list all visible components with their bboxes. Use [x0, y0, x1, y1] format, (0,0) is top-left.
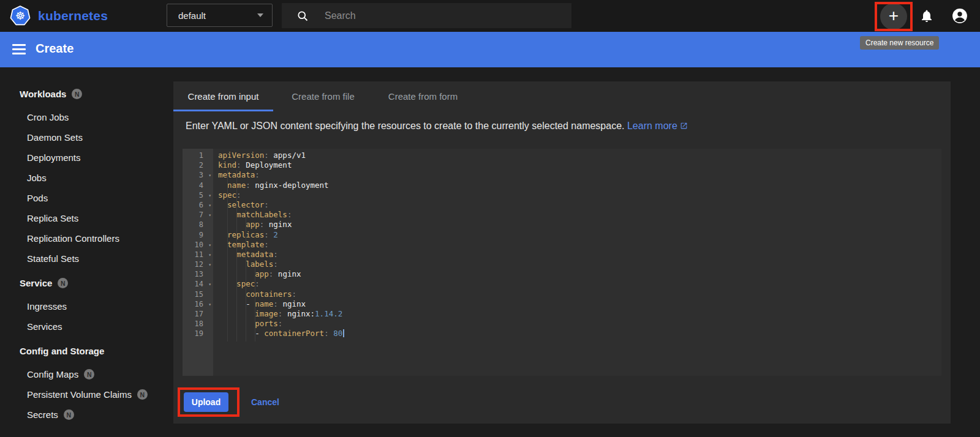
line-number: 5▾ — [183, 190, 213, 200]
sidebar-section-workloads[interactable]: WorkloadsN — [0, 84, 173, 104]
code-token: : — [273, 250, 278, 259]
create-card: Create from inputCreate from fileCreate … — [173, 81, 951, 424]
fold-toggle-icon[interactable]: ▾ — [208, 201, 211, 211]
tab-create-from-file[interactable]: Create from file — [273, 81, 373, 111]
indent-guide — [236, 170, 237, 342]
sidebar-item-cron-jobs[interactable]: Cron Jobs — [0, 107, 173, 127]
sidebar-item-label: Services — [27, 321, 62, 332]
sidebar-nav: WorkloadsNCron JobsDaemon SetsDeployment… — [0, 67, 173, 437]
sidebar-item-pods[interactable]: Pods — [0, 188, 173, 208]
tooltip-create-new-resource: Create new resource — [860, 36, 939, 50]
sidebar-item-daemon-sets[interactable]: Daemon Sets — [0, 127, 173, 148]
sidebar-item-jobs[interactable]: Jobs — [0, 168, 173, 188]
fold-toggle-icon[interactable]: ▾ — [208, 241, 211, 250]
sidebar-item-label: Persistent Volume Claims — [27, 389, 132, 400]
sidebar-item-stateful-sets[interactable]: Stateful Sets — [0, 248, 173, 269]
sidebar-item-secrets[interactable]: SecretsN — [0, 405, 173, 425]
yaml-editor[interactable]: 123▾45▾6▾7▾8910▾11▾12▾1314▾1516▾171819 a… — [183, 149, 941, 376]
code-token: ports — [255, 319, 278, 328]
fold-toggle-icon[interactable]: ▾ — [208, 211, 211, 220]
brand-title: kubernetes — [38, 9, 108, 23]
code-line-8: app: nginx — [218, 220, 941, 230]
code-token: - — [255, 329, 264, 338]
sidebar-item-replication-controllers[interactable]: Replication Controllers — [0, 228, 173, 248]
page-title: Create — [36, 42, 74, 56]
sidebar-item-label: Cron Jobs — [27, 112, 69, 122]
code-token: : — [264, 240, 269, 249]
tab-create-from-input[interactable]: Create from input — [173, 81, 273, 111]
sidebar-item-services[interactable]: Services — [0, 316, 173, 337]
menu-button[interactable] — [12, 44, 26, 54]
code-token: apiVersion — [218, 151, 264, 160]
sidebar-item-replica-sets[interactable]: Replica Sets — [0, 208, 173, 228]
code-token: nginx — [264, 220, 292, 229]
sidebar-item-deployments[interactable]: Deployments — [0, 148, 173, 168]
code-line-7: matchLabels: — [218, 210, 941, 220]
sidebar-item-label: Pods — [27, 193, 48, 203]
code-line-17: image: nginx:1.14.2 — [218, 309, 941, 319]
sidebar-item-persistent-volume-claims[interactable]: Persistent Volume ClaimsN — [0, 384, 173, 405]
fold-toggle-icon[interactable]: ▾ — [208, 280, 211, 289]
cancel-button[interactable]: Cancel — [245, 392, 285, 412]
sidebar-item-ingresses[interactable]: Ingresses — [0, 296, 173, 316]
fold-toggle-icon[interactable]: ▾ — [208, 300, 211, 310]
upload-button[interactable]: Upload — [184, 392, 228, 412]
brand[interactable]: ☸ kubernetes — [10, 5, 108, 27]
tab-bar: Create from inputCreate from fileCreate … — [173, 81, 473, 111]
sidebar-section-service[interactable]: ServiceN — [0, 273, 173, 293]
sidebar-item-label: Deployments — [27, 152, 81, 163]
sidebar-section-items: IngressesServices — [0, 296, 173, 337]
code-line-12: labels: — [218, 260, 941, 269]
learn-more-link[interactable]: Learn more — [627, 121, 688, 131]
add-resource-button[interactable]: + — [880, 3, 907, 30]
code-token: : — [287, 210, 292, 219]
sidebar-item-label: Stateful Sets — [27, 253, 79, 264]
code-token: : — [246, 181, 251, 190]
sidebar-item-label: Jobs — [27, 173, 47, 183]
kubernetes-dashboard: ☸ kubernetes default + — [0, 0, 980, 437]
line-number: 9 — [183, 230, 213, 240]
line-number: 18 — [183, 319, 213, 329]
namespace-selector[interactable]: default — [167, 4, 273, 27]
top-app-bar: ☸ kubernetes default + — [0, 0, 980, 32]
sidebar-section-label: Service — [20, 278, 52, 288]
plus-icon: + — [889, 7, 899, 24]
code-line-18: ports: — [218, 319, 941, 329]
code-token: : — [236, 190, 241, 200]
code-line-9: replicas: 2 — [218, 230, 941, 240]
fold-toggle-icon[interactable]: ▾ — [208, 260, 211, 270]
code-token: : — [255, 170, 260, 179]
line-number: 19 — [183, 329, 213, 338]
bell-icon — [919, 9, 934, 23]
code-token: labels — [246, 260, 273, 269]
fold-toggle-icon[interactable]: ▾ — [208, 250, 211, 260]
code-token: : — [264, 230, 269, 239]
description-row: Enter YAML or JSON content specifying th… — [186, 121, 688, 132]
code-token: 80 — [329, 329, 343, 338]
code-token: : — [273, 260, 278, 269]
namespaced-badge: N — [64, 409, 74, 420]
line-number: 2 — [183, 160, 213, 170]
code-token: : — [264, 151, 269, 160]
search-input[interactable] — [325, 10, 545, 21]
code-token: : — [324, 329, 329, 338]
fold-toggle-icon[interactable]: ▾ — [208, 171, 211, 181]
sidebar-item-config-maps[interactable]: Config MapsN — [0, 364, 173, 384]
indent-guide — [255, 259, 255, 342]
code-token: : — [255, 279, 260, 288]
account-button[interactable] — [952, 8, 968, 24]
sidebar-section-config-and-storage[interactable]: Config and Storage — [0, 341, 173, 361]
code-token: - — [246, 299, 255, 308]
sidebar-item-label: Ingresses — [27, 301, 67, 312]
notifications-button[interactable] — [919, 9, 934, 23]
code-token: : — [273, 299, 278, 308]
tab-create-from-form[interactable]: Create from form — [373, 81, 473, 111]
sidebar-section-label: Config and Storage — [20, 346, 104, 356]
search-bar[interactable] — [282, 3, 571, 28]
fold-toggle-icon[interactable]: ▾ — [208, 191, 211, 201]
svg-text:☸: ☸ — [15, 9, 25, 22]
code-token: : — [264, 200, 269, 209]
sidebar-section-items: Cron JobsDaemon SetsDeploymentsJobsPodsR… — [0, 107, 173, 269]
editor-code-area[interactable]: apiVersion: apps/v1kind: Deploymentmetad… — [213, 149, 941, 376]
code-line-1: apiVersion: apps/v1 — [218, 151, 941, 160]
